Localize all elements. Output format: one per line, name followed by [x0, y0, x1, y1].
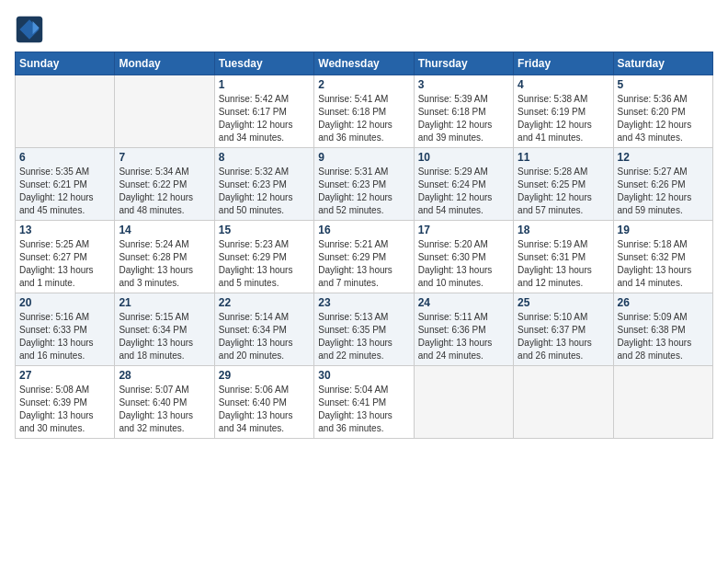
day-info: Sunrise: 5:14 AM Sunset: 6:34 PM Dayligh…	[219, 311, 310, 362]
day-number: 10	[418, 151, 509, 164]
calendar-cell: 9Sunrise: 5:31 AM Sunset: 6:23 PM Daylig…	[314, 148, 414, 221]
day-info: Sunrise: 5:20 AM Sunset: 6:30 PM Dayligh…	[418, 238, 509, 290]
day-number: 29	[219, 369, 310, 382]
weekday-header: Friday	[514, 52, 613, 75]
calendar-cell: 13Sunrise: 5:25 AM Sunset: 6:27 PM Dayli…	[16, 221, 115, 293]
day-info: Sunrise: 5:25 AM Sunset: 6:27 PM Dayligh…	[19, 238, 110, 290]
logo-icon	[15, 15, 44, 44]
day-info: Sunrise: 5:15 AM Sunset: 6:34 PM Dayligh…	[119, 311, 210, 362]
day-info: Sunrise: 5:06 AM Sunset: 6:40 PM Dayligh…	[219, 384, 310, 435]
day-number: 14	[119, 224, 210, 236]
calendar-cell: 27Sunrise: 5:08 AM Sunset: 6:39 PM Dayli…	[16, 366, 115, 439]
logo	[15, 15, 48, 44]
day-info: Sunrise: 5:27 AM Sunset: 6:26 PM Dayligh…	[618, 166, 709, 217]
day-info: Sunrise: 5:13 AM Sunset: 6:35 PM Dayligh…	[318, 311, 409, 362]
calendar-cell: 22Sunrise: 5:14 AM Sunset: 6:34 PM Dayli…	[214, 293, 313, 366]
calendar-week-row: 13Sunrise: 5:25 AM Sunset: 6:27 PM Dayli…	[16, 221, 713, 293]
day-info: Sunrise: 5:08 AM Sunset: 6:39 PM Dayligh…	[19, 384, 110, 435]
calendar-week-row: 6Sunrise: 5:35 AM Sunset: 6:21 PM Daylig…	[16, 148, 713, 221]
day-number: 13	[19, 224, 110, 236]
calendar-week-row: 1Sunrise: 5:42 AM Sunset: 6:17 PM Daylig…	[16, 75, 713, 148]
weekday-header: Monday	[115, 52, 214, 75]
calendar-cell: 15Sunrise: 5:23 AM Sunset: 6:29 PM Dayli…	[214, 221, 313, 293]
calendar-cell: 6Sunrise: 5:35 AM Sunset: 6:21 PM Daylig…	[16, 148, 115, 221]
calendar-cell: 21Sunrise: 5:15 AM Sunset: 6:34 PM Dayli…	[115, 293, 214, 366]
day-info: Sunrise: 5:42 AM Sunset: 6:17 PM Dayligh…	[219, 93, 310, 144]
weekday-header: Tuesday	[214, 52, 313, 75]
day-number: 11	[518, 151, 609, 164]
day-number: 4	[518, 78, 609, 91]
calendar-cell: 28Sunrise: 5:07 AM Sunset: 6:40 PM Dayli…	[115, 366, 214, 439]
day-number: 8	[219, 151, 310, 164]
calendar-cell: 12Sunrise: 5:27 AM Sunset: 6:26 PM Dayli…	[613, 148, 712, 221]
weekday-header: Sunday	[16, 52, 115, 75]
day-number: 19	[618, 224, 709, 236]
calendar-cell: 10Sunrise: 5:29 AM Sunset: 6:24 PM Dayli…	[414, 148, 513, 221]
day-number: 22	[219, 296, 310, 309]
calendar-header-row: SundayMondayTuesdayWednesdayThursdayFrid…	[16, 52, 713, 75]
day-number: 12	[618, 151, 709, 164]
day-info: Sunrise: 5:21 AM Sunset: 6:29 PM Dayligh…	[318, 238, 409, 290]
calendar-cell: 7Sunrise: 5:34 AM Sunset: 6:22 PM Daylig…	[115, 148, 214, 221]
calendar-cell: 24Sunrise: 5:11 AM Sunset: 6:36 PM Dayli…	[414, 293, 513, 366]
calendar-cell: 17Sunrise: 5:20 AM Sunset: 6:30 PM Dayli…	[414, 221, 513, 293]
calendar-cell: 18Sunrise: 5:19 AM Sunset: 6:31 PM Dayli…	[514, 221, 613, 293]
day-number: 24	[418, 296, 509, 309]
day-number: 1	[219, 78, 310, 91]
calendar-cell: 3Sunrise: 5:39 AM Sunset: 6:18 PM Daylig…	[414, 75, 513, 148]
calendar-cell	[16, 75, 115, 148]
day-number: 6	[19, 151, 110, 164]
day-info: Sunrise: 5:11 AM Sunset: 6:36 PM Dayligh…	[418, 311, 509, 362]
day-number: 7	[119, 151, 210, 164]
day-number: 3	[418, 78, 509, 91]
day-number: 2	[318, 78, 409, 91]
day-info: Sunrise: 5:39 AM Sunset: 6:18 PM Dayligh…	[418, 93, 509, 144]
calendar: SundayMondayTuesdayWednesdayThursdayFrid…	[15, 52, 713, 439]
day-info: Sunrise: 5:29 AM Sunset: 6:24 PM Dayligh…	[418, 166, 509, 217]
calendar-cell: 1Sunrise: 5:42 AM Sunset: 6:17 PM Daylig…	[214, 75, 313, 148]
day-number: 9	[318, 151, 409, 164]
day-info: Sunrise: 5:28 AM Sunset: 6:25 PM Dayligh…	[518, 166, 609, 217]
calendar-cell: 19Sunrise: 5:18 AM Sunset: 6:32 PM Dayli…	[613, 221, 712, 293]
calendar-cell: 30Sunrise: 5:04 AM Sunset: 6:41 PM Dayli…	[314, 366, 414, 439]
calendar-cell: 16Sunrise: 5:21 AM Sunset: 6:29 PM Dayli…	[314, 221, 414, 293]
calendar-cell: 20Sunrise: 5:16 AM Sunset: 6:33 PM Dayli…	[16, 293, 115, 366]
day-number: 25	[518, 296, 609, 309]
day-info: Sunrise: 5:32 AM Sunset: 6:23 PM Dayligh…	[219, 166, 310, 217]
day-info: Sunrise: 5:41 AM Sunset: 6:18 PM Dayligh…	[318, 93, 409, 144]
day-info: Sunrise: 5:04 AM Sunset: 6:41 PM Dayligh…	[318, 384, 409, 435]
weekday-header: Thursday	[414, 52, 513, 75]
day-info: Sunrise: 5:09 AM Sunset: 6:38 PM Dayligh…	[618, 311, 709, 362]
calendar-cell: 8Sunrise: 5:32 AM Sunset: 6:23 PM Daylig…	[214, 148, 313, 221]
calendar-cell: 4Sunrise: 5:38 AM Sunset: 6:19 PM Daylig…	[514, 75, 613, 148]
day-number: 15	[219, 224, 310, 236]
calendar-cell: 25Sunrise: 5:10 AM Sunset: 6:37 PM Dayli…	[514, 293, 613, 366]
day-info: Sunrise: 5:07 AM Sunset: 6:40 PM Dayligh…	[119, 384, 210, 435]
calendar-cell	[613, 366, 712, 439]
day-info: Sunrise: 5:31 AM Sunset: 6:23 PM Dayligh…	[318, 166, 409, 217]
day-number: 21	[119, 296, 210, 309]
day-number: 20	[19, 296, 110, 309]
calendar-week-row: 20Sunrise: 5:16 AM Sunset: 6:33 PM Dayli…	[16, 293, 713, 366]
day-number: 5	[618, 78, 709, 91]
day-number: 17	[418, 224, 509, 236]
day-info: Sunrise: 5:36 AM Sunset: 6:20 PM Dayligh…	[618, 93, 709, 144]
day-number: 28	[119, 369, 210, 382]
calendar-cell: 26Sunrise: 5:09 AM Sunset: 6:38 PM Dayli…	[613, 293, 712, 366]
day-info: Sunrise: 5:10 AM Sunset: 6:37 PM Dayligh…	[518, 311, 609, 362]
calendar-week-row: 27Sunrise: 5:08 AM Sunset: 6:39 PM Dayli…	[16, 366, 713, 439]
day-info: Sunrise: 5:23 AM Sunset: 6:29 PM Dayligh…	[219, 238, 310, 290]
calendar-body: 1Sunrise: 5:42 AM Sunset: 6:17 PM Daylig…	[16, 75, 713, 439]
day-number: 23	[318, 296, 409, 309]
day-info: Sunrise: 5:38 AM Sunset: 6:19 PM Dayligh…	[518, 93, 609, 144]
day-info: Sunrise: 5:18 AM Sunset: 6:32 PM Dayligh…	[618, 238, 709, 290]
day-info: Sunrise: 5:24 AM Sunset: 6:28 PM Dayligh…	[119, 238, 210, 290]
calendar-cell	[514, 366, 613, 439]
weekday-header: Wednesday	[314, 52, 414, 75]
day-number: 26	[618, 296, 709, 309]
day-number: 18	[518, 224, 609, 236]
day-number: 16	[318, 224, 409, 236]
calendar-cell: 11Sunrise: 5:28 AM Sunset: 6:25 PM Dayli…	[514, 148, 613, 221]
day-number: 27	[19, 369, 110, 382]
day-info: Sunrise: 5:19 AM Sunset: 6:31 PM Dayligh…	[518, 238, 609, 290]
